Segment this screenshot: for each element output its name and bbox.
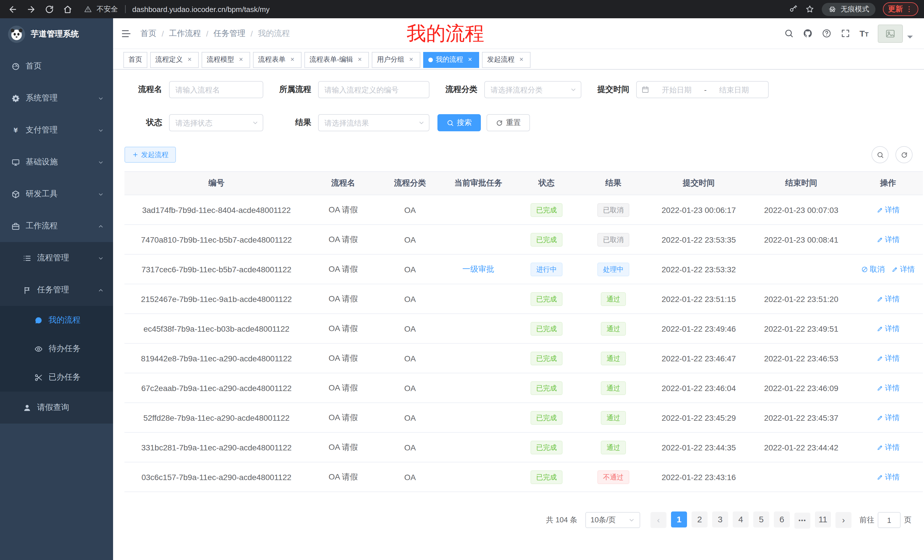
sidebar-item-payment-management[interactable]: ¥支付管理 — [0, 114, 113, 146]
cell-actions: 详情 — [853, 462, 923, 492]
sidebar-item-leave-query[interactable]: 请假查询 — [0, 392, 113, 424]
user-menu[interactable] — [878, 24, 915, 42]
tab-home[interactable]: 首页 — [123, 52, 147, 67]
date-end-input[interactable] — [709, 85, 759, 94]
prev-page-button[interactable]: ‹ — [651, 512, 666, 528]
action-detail-link[interactable]: 详情 — [876, 472, 900, 482]
close-icon[interactable]: × — [186, 55, 194, 64]
address-bar[interactable]: 不安全 dashboard.yudao.iocoder.cn/bpm/task/… — [84, 4, 785, 14]
action-cancel-link[interactable]: 取消 — [861, 264, 885, 274]
reload-icon[interactable] — [45, 4, 54, 14]
sidebar-item-task-management[interactable]: 任务管理 — [0, 274, 113, 306]
page-button-1[interactable]: 1 — [671, 512, 687, 527]
cell-category: OA — [378, 462, 442, 492]
breadcrumb-item[interactable]: 任务管理 — [214, 28, 246, 39]
caret-down-icon[interactable] — [905, 32, 915, 41]
process-definition-input[interactable] — [318, 81, 429, 98]
help-icon[interactable] — [822, 28, 831, 38]
cell-process-id: 67c2eaab-7b9a-11ec-a290-acde48001122 — [124, 373, 308, 403]
page-button-6[interactable]: 6 — [774, 512, 790, 527]
forward-icon[interactable] — [26, 4, 36, 14]
action-detail-link[interactable]: 详情 — [876, 383, 900, 393]
cell-actions: 取消详情 — [853, 254, 923, 284]
page-button-2[interactable]: 2 — [692, 512, 708, 527]
sidebar-item-my-process[interactable]: 我的流程 — [0, 306, 113, 334]
refresh-table-button[interactable] — [896, 146, 913, 163]
url-text[interactable]: dashboard.yudao.iocoder.cn/bpm/task/my — [132, 5, 270, 13]
tab-start-process[interactable]: 发起流程× — [482, 52, 531, 67]
result-select[interactable] — [318, 114, 429, 131]
bookmark-star-icon[interactable] — [805, 4, 814, 14]
active-tab-dot — [428, 57, 433, 62]
cell-status: 已完成 — [514, 403, 579, 433]
cell-category: OA — [378, 314, 442, 343]
edit-icon — [876, 385, 883, 391]
close-icon[interactable]: × — [288, 55, 296, 64]
action-detail-link[interactable]: 详情 — [891, 264, 915, 274]
tab-my-process[interactable]: 我的流程× — [423, 52, 479, 67]
page-button-3[interactable]: 3 — [712, 512, 728, 527]
tab-process-definition[interactable]: 流程定义× — [150, 52, 199, 67]
submit-time-range[interactable]: - — [636, 81, 769, 98]
fullscreen-icon[interactable] — [841, 28, 850, 38]
toggle-search-button[interactable] — [872, 146, 889, 163]
hamburger-icon[interactable] — [121, 28, 131, 39]
action-detail-link[interactable]: 详情 — [876, 234, 900, 245]
sidebar-item-workflow[interactable]: 工作流程 — [0, 210, 113, 242]
reset-button[interactable]: 重置 — [486, 114, 530, 131]
sidebar-item-done-tasks[interactable]: 已办任务 — [0, 363, 113, 392]
sidebar-item-system-management[interactable]: 系统管理 — [0, 82, 113, 114]
sidebar-item-todo-tasks[interactable]: 待办任务 — [0, 334, 113, 363]
page-button-5[interactable]: 5 — [753, 512, 769, 527]
search-icon[interactable] — [784, 28, 794, 38]
action-detail-link[interactable]: 详情 — [876, 412, 900, 423]
close-icon[interactable]: × — [237, 55, 245, 64]
action-detail-link[interactable]: 详情 — [876, 294, 900, 304]
page-button-11[interactable]: 11 — [815, 512, 831, 527]
close-icon[interactable]: × — [518, 55, 525, 64]
search-button[interactable]: 搜索 — [438, 114, 481, 131]
breadcrumb-item[interactable]: 工作流程 — [169, 28, 201, 39]
table-row: 03c6c157-7b9a-11ec-a290-acde48001122OA 请… — [124, 462, 923, 492]
page-button-4[interactable]: 4 — [733, 512, 748, 527]
cell-process-name: OA 请假 — [308, 462, 378, 492]
close-icon[interactable]: × — [466, 55, 474, 64]
tab-user-group[interactable]: 用户分组× — [372, 52, 420, 67]
action-detail-link[interactable]: 详情 — [876, 323, 900, 334]
action-detail-link[interactable]: 详情 — [876, 442, 900, 452]
action-detail-link[interactable]: 详情 — [876, 205, 900, 215]
process-name-input[interactable] — [169, 81, 263, 98]
sidebar-item-home[interactable]: 首页 — [0, 50, 113, 82]
action-detail-link[interactable]: 详情 — [876, 353, 900, 363]
more-pages-button[interactable]: ••• — [794, 513, 810, 529]
github-icon[interactable] — [803, 28, 813, 38]
sidebar-item-infrastructure[interactable]: 基础设施 — [0, 146, 113, 178]
menu-dots-icon[interactable] — [905, 5, 913, 13]
next-page-button[interactable]: › — [836, 512, 852, 528]
action-label: 详情 — [885, 353, 900, 363]
cell-category: OA — [378, 284, 442, 314]
key-icon[interactable] — [789, 4, 798, 14]
task-link[interactable]: 一级审批 — [462, 264, 494, 273]
category-select[interactable] — [484, 81, 581, 98]
start-process-button[interactable]: 发起流程 — [124, 147, 176, 163]
tab-process-form-edit[interactable]: 流程表单-编辑× — [304, 52, 369, 67]
app-logo[interactable]: 芋道管理系统 — [0, 18, 113, 50]
back-icon[interactable] — [8, 4, 18, 14]
breadcrumb-item[interactable]: 首页 — [141, 28, 156, 39]
sidebar-item-dev-tools[interactable]: 研发工具 — [0, 178, 113, 210]
status-select[interactable] — [169, 114, 263, 131]
close-icon[interactable]: × — [407, 55, 415, 64]
goto-page-input[interactable] — [878, 512, 901, 528]
font-size-icon[interactable]: TT — [860, 29, 868, 38]
cell-end-time: 2022-01-22 23:45:37 — [749, 403, 853, 433]
sidebar-item-process-management[interactable]: 流程管理 — [0, 242, 113, 274]
tab-process-model[interactable]: 流程模型× — [202, 52, 250, 67]
avatar[interactable] — [878, 24, 903, 42]
update-button[interactable]: 更新 — [883, 2, 918, 16]
home-icon[interactable] — [63, 4, 72, 14]
tab-process-form[interactable]: 流程表单× — [253, 52, 302, 67]
page-size-select[interactable]: 10条/页 — [585, 512, 640, 528]
close-icon[interactable]: × — [356, 55, 364, 64]
date-start-input[interactable] — [652, 85, 702, 94]
